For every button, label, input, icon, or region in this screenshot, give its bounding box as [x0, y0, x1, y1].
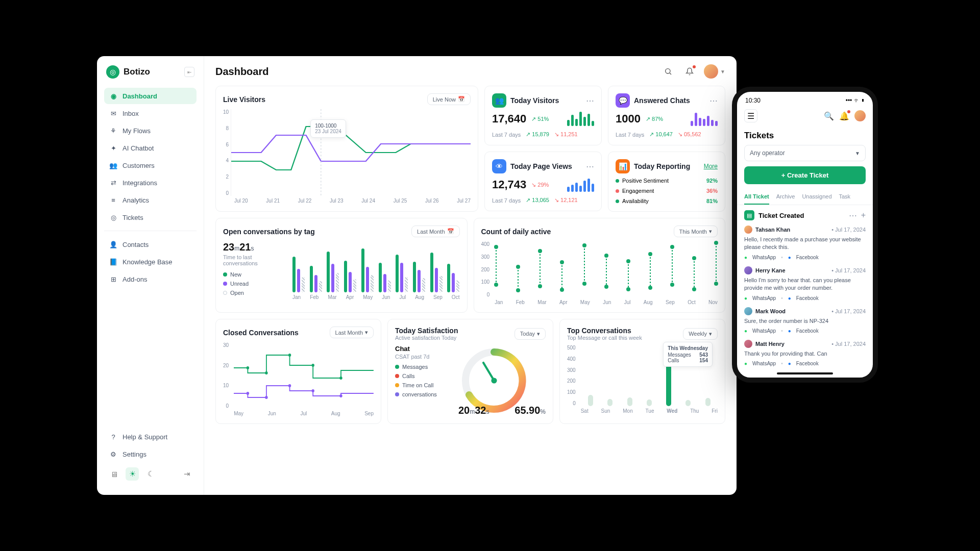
- bar-group: [327, 252, 339, 292]
- chats-icon: 💬: [616, 93, 630, 108]
- top-conv-range-chip[interactable]: Weekly ▾: [683, 328, 718, 340]
- tab-archive[interactable]: Archive: [776, 189, 795, 205]
- satisfaction-range-chip[interactable]: Today ▾: [514, 328, 546, 340]
- nav-icon: 👤: [109, 240, 117, 248]
- dark-mode-icon[interactable]: ☾: [144, 467, 157, 481]
- bar: [627, 397, 632, 406]
- svg-point-12: [312, 389, 314, 392]
- nav-bottom: ?Help & Support⚙Settings: [104, 429, 197, 462]
- sidebar-item-dashboard[interactable]: ◉Dashboard: [104, 88, 197, 104]
- svg-point-16: [491, 378, 497, 383]
- search-icon[interactable]: [661, 64, 675, 79]
- legend-item: Messages: [395, 364, 451, 370]
- bar-group: [292, 257, 305, 292]
- tab-unassigned[interactable]: Unassigned: [802, 189, 831, 205]
- ticket-item[interactable]: Herry Kane• Jul 17, 2024Hello I'm sorry …: [744, 266, 866, 301]
- ticket-item[interactable]: Mark Wood• Jul 17, 2024Sure, the order n…: [744, 307, 866, 334]
- bar-group: [344, 261, 356, 292]
- daily-active-range-chip[interactable]: This Month ▾: [674, 226, 718, 237]
- sidebar-item-help-&-support[interactable]: ?Help & Support: [104, 429, 197, 445]
- nav-separator: [104, 231, 197, 231]
- sidebar-item-contacts[interactable]: 👤Contacts: [104, 236, 197, 253]
- legend-item: Time on Call: [395, 382, 451, 388]
- range-bar: [517, 241, 520, 297]
- range-bar: [560, 241, 564, 297]
- nav-label: Integrations: [122, 179, 157, 187]
- closed-conv-range-chip[interactable]: Last Month ▾: [330, 327, 374, 338]
- card-daily-active: Count of daily active This Month ▾ 40030…: [474, 218, 726, 313]
- section-add-icon[interactable]: +: [861, 211, 866, 220]
- notifications-icon[interactable]: [682, 64, 697, 79]
- page-views-icon: 👁: [492, 159, 506, 173]
- nav-icon: ◉: [109, 92, 117, 100]
- nav-icon: ⇄: [109, 179, 117, 187]
- legend-item: Calls: [395, 373, 451, 379]
- card-menu-icon[interactable]: ⋯: [586, 96, 594, 106]
- logout-icon[interactable]: ⇥: [180, 467, 193, 481]
- sidebar-item-settings[interactable]: ⚙Settings: [104, 446, 197, 462]
- nav-label: Analytics: [122, 196, 149, 204]
- reporting-more-link[interactable]: More: [704, 163, 718, 170]
- sidebar-item-analytics[interactable]: ≡Analytics: [104, 192, 197, 208]
- brand-logo-icon: ◎: [106, 65, 119, 79]
- ticket-item[interactable]: Tahsan Khan• Jul 17, 2024Hello, I recent…: [744, 226, 866, 260]
- light-mode-icon[interactable]: ☀: [126, 467, 139, 481]
- ticket-item[interactable]: Matt Henry• Jul 17, 2024Thank you for pr…: [744, 340, 866, 366]
- tab-task[interactable]: Task: [839, 189, 851, 205]
- range-bar: [583, 241, 586, 297]
- sidebar: ◎ Botizo ⇤ ◉Dashboard✉Inbox⚘My Flows✦AI …: [97, 56, 204, 495]
- live-now-chip[interactable]: Live Now 📅: [427, 93, 471, 105]
- sidebar-item-knowledge-base[interactable]: 📘Knowledge Base: [104, 254, 197, 270]
- mobile-page-title: Tickets: [737, 126, 873, 145]
- desktop-mode-icon[interactable]: 🖥: [107, 467, 120, 481]
- sidebar-item-add-ons[interactable]: ⊞Add-ons: [104, 271, 197, 287]
- sidebar-footer: 🖥 ☀ ☾ ⇥: [104, 462, 197, 486]
- notifications-icon[interactable]: 🔔: [839, 111, 849, 121]
- card-menu-icon[interactable]: ⋯: [586, 162, 594, 171]
- create-ticket-button[interactable]: + Create Ticket: [744, 166, 866, 184]
- bar: [685, 400, 691, 406]
- nav-icon: ?: [109, 433, 117, 441]
- reporting-icon: 📊: [616, 159, 630, 173]
- bar-group: [447, 264, 459, 292]
- hamburger-icon[interactable]: ☰: [744, 109, 757, 122]
- reporting-row: Engagement36%: [616, 188, 718, 194]
- sidebar-item-integrations[interactable]: ⇄Integrations: [104, 174, 197, 191]
- nav-icon: ⚘: [109, 127, 117, 135]
- sidebar-item-inbox[interactable]: ✉Inbox: [104, 105, 197, 121]
- range-bar: [627, 241, 630, 297]
- sidebar-item-ai-chatbot[interactable]: ✦AI Chatbot: [104, 140, 197, 156]
- reporting-row: Availability81%: [616, 198, 718, 204]
- reporting-row: Positive Sentiment92%: [616, 178, 718, 184]
- section-menu-icon[interactable]: ⋯: [849, 211, 857, 220]
- card-page-views: 👁 Today Page Views ⋯ 12,743 ↘ 29% Last 7…: [484, 152, 602, 211]
- sidebar-item-tickets[interactable]: ◎Tickets: [104, 209, 197, 226]
- card-open-conversations: Open conversations by tag Last Month 📅 2…: [215, 218, 468, 313]
- card-menu-icon[interactable]: ⋯: [709, 96, 718, 106]
- live-visitors-tooltip: 100-1000 23 Jul 2024: [310, 119, 346, 138]
- topbar: Dashboard ▼: [215, 64, 725, 79]
- nav-main: ◉Dashboard✉Inbox⚘My Flows✦AI Chatbot👥Cus…: [104, 88, 197, 226]
- tab-all-ticket[interactable]: All Ticket: [744, 189, 769, 205]
- range-bar: [649, 241, 652, 297]
- operator-select[interactable]: Any operator ▼: [744, 145, 866, 161]
- sidebar-item-customers[interactable]: 👥Customers: [104, 157, 197, 173]
- search-icon[interactable]: 🔍: [824, 111, 834, 121]
- open-conv-range-chip[interactable]: Last Month 📅: [411, 226, 459, 237]
- chevron-down-icon: ▼: [855, 151, 860, 156]
- avatar[interactable]: [854, 110, 866, 121]
- sidebar-collapse-button[interactable]: ⇤: [184, 67, 194, 77]
- nav-secondary: 👤Contacts📘Knowledge Base⊞Add-ons: [104, 236, 197, 287]
- svg-point-5: [265, 371, 267, 374]
- legend-item: Unread: [223, 281, 284, 287]
- svg-point-6: [288, 354, 291, 357]
- svg-point-7: [312, 364, 314, 367]
- svg-line-1: [670, 73, 671, 74]
- range-bar: [671, 241, 674, 297]
- bar: [705, 398, 710, 406]
- bar-group: [396, 255, 408, 292]
- sidebar-item-my-flows[interactable]: ⚘My Flows: [104, 122, 197, 139]
- user-menu[interactable]: ▼: [704, 64, 725, 79]
- visitors-icon: 👥: [492, 93, 506, 108]
- bar-group: [361, 248, 374, 292]
